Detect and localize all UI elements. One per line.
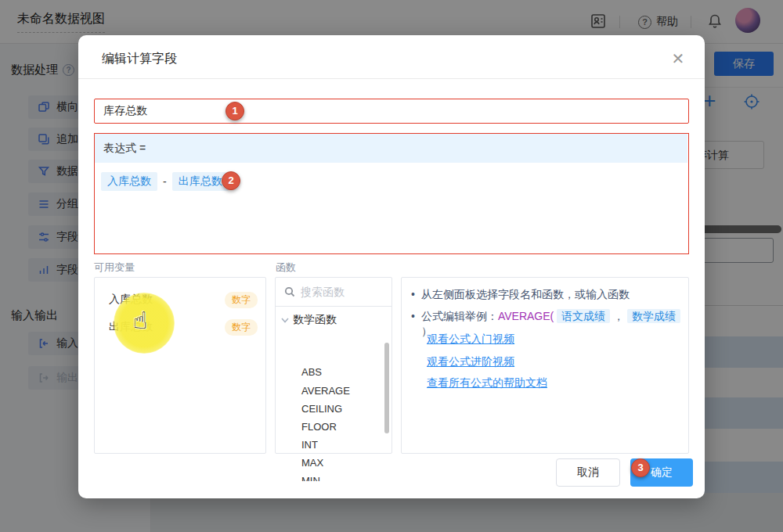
example-token: 语文成绩 xyxy=(557,309,610,323)
function-group-label: 数学函数 xyxy=(293,313,337,327)
function-item[interactable]: AVERAGE xyxy=(301,382,380,400)
app-window: 未命名数据视图 ? 帮助 数据处理 ? xyxy=(0,0,783,532)
function-item[interactable]: MAX xyxy=(301,454,380,472)
function-group[interactable]: 数学函数 xyxy=(280,313,337,327)
function-search[interactable] xyxy=(276,278,392,307)
variable-type-badge: 数字 xyxy=(225,319,258,336)
expression-label: 表达式 = xyxy=(95,134,687,163)
function-item[interactable]: CEILING xyxy=(301,400,380,418)
annotation-step-1: 1 xyxy=(226,102,244,120)
example-function: AVERAGE( xyxy=(498,310,554,322)
link-formula-intro-video[interactable]: 观看公式入门视频 xyxy=(427,332,514,347)
link-formula-docs[interactable]: 查看所有公式的帮助文档 xyxy=(427,376,547,390)
function-item[interactable]: FLOOR xyxy=(301,418,380,436)
function-item[interactable]: MIN xyxy=(301,472,380,481)
expression-operator: - xyxy=(163,175,167,188)
field-name-input[interactable] xyxy=(94,99,689,124)
hand-cursor-icon: ☝ xyxy=(133,307,147,334)
edit-calculated-field-dialog: 编辑计算字段 ✕ 表达式 = 入库总数 - 出库总数 可用变量 函数 入库总数 … xyxy=(78,35,705,498)
example-token: 数学成绩 xyxy=(627,309,680,323)
bullet-icon: • xyxy=(411,287,415,302)
function-list-scrollbar[interactable] xyxy=(384,343,389,433)
expression-token-left[interactable]: 入库总数 xyxy=(101,172,157,191)
bullet-icon: • xyxy=(411,309,415,339)
expression-editor[interactable]: 表达式 = 入库总数 - 出库总数 xyxy=(94,133,689,254)
help-tip-text: 从左侧面板选择字段名和函数，或输入函数 xyxy=(421,287,630,302)
annotation-step-2: 2 xyxy=(222,171,240,190)
help-tip-1: • 从左侧面板选择字段名和函数，或输入函数 xyxy=(411,287,630,302)
function-search-input[interactable] xyxy=(301,278,388,306)
dialog-title: 编辑计算字段 xyxy=(102,51,177,67)
close-icon[interactable]: ✕ xyxy=(667,48,689,70)
annotation-step-3: 3 xyxy=(631,458,650,477)
chevron-down-icon xyxy=(280,315,290,325)
expression-token-right[interactable]: 出库总数 xyxy=(172,172,229,191)
search-icon xyxy=(283,286,296,301)
help-panel: • 从左侧面板选择字段名和函数，或输入函数 • 公式编辑举例：AVERAGE( … xyxy=(401,277,689,454)
functions-label: 函数 xyxy=(276,261,296,275)
expression-body[interactable]: 入库总数 - 出库总数 xyxy=(95,163,687,253)
functions-panel: 数学函数 ABS AVERAGE CEILING FLOOR INT MAX M… xyxy=(275,277,392,454)
example-comma: ， xyxy=(613,310,624,322)
function-item[interactable]: INT xyxy=(301,436,380,454)
dialog-header-divider xyxy=(78,78,705,79)
example-prefix: 公式编辑举例： xyxy=(421,310,498,322)
variables-label: 可用变量 xyxy=(94,261,135,275)
variable-type-badge: 数字 xyxy=(225,292,258,308)
link-formula-advanced-video[interactable]: 观看公式进阶视频 xyxy=(427,355,514,369)
function-item[interactable]: ABS xyxy=(301,363,380,381)
cancel-button[interactable]: 取消 xyxy=(556,458,620,487)
